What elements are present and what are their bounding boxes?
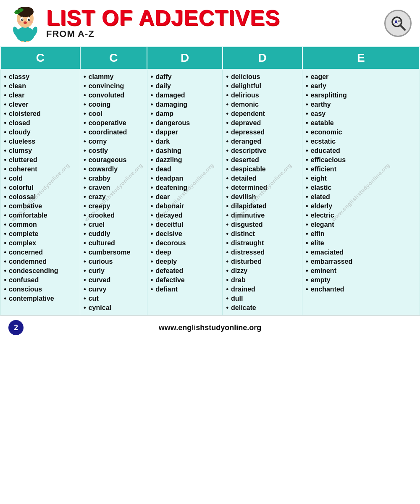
page-footer: 2 www.englishstudyonline.org xyxy=(0,315,420,339)
list-item: crazy xyxy=(84,192,144,202)
list-item: diminutive xyxy=(226,211,299,220)
list-item: clever xyxy=(4,100,77,109)
list-item: closed xyxy=(4,118,77,128)
list-item: deadpan xyxy=(151,174,219,183)
list-item: coherent xyxy=(4,165,77,174)
e-col-cell: www.englishstudyonline.org eagerearlyear… xyxy=(302,69,420,315)
svg-line-22 xyxy=(400,25,405,30)
search-icon: A BC xyxy=(384,10,412,37)
list-item: ecstatic xyxy=(306,137,416,146)
list-item: cowardly xyxy=(84,165,144,174)
list-item: delicious xyxy=(226,72,299,81)
svg-point-15 xyxy=(29,19,30,20)
list-item: crooked xyxy=(84,211,144,220)
list-item: convincing xyxy=(84,81,144,91)
list-item: dizzy xyxy=(226,266,299,276)
list-item: damp xyxy=(151,109,219,118)
list-item: deceitful xyxy=(151,220,219,229)
list-item: crabby xyxy=(84,174,144,183)
list-item: courageous xyxy=(84,155,144,165)
list-item: concerned xyxy=(4,248,77,257)
list-item: dark xyxy=(151,137,219,146)
list-item: clammy xyxy=(84,72,144,81)
list-item: cumbersome xyxy=(84,248,144,257)
list-item: distinct xyxy=(226,229,299,239)
list-item: curious xyxy=(84,257,144,266)
svg-point-16 xyxy=(24,21,27,24)
d-col1-list: daffydailydamageddamagingdampdangerousda… xyxy=(151,72,219,294)
list-item: delicate xyxy=(226,303,299,312)
list-item: conscious xyxy=(4,285,77,294)
adjectives-table: C C D D E www.englishstudyonline.org cla… xyxy=(0,46,420,315)
c-col1-list: classycleanclearclevercloisteredclosedcl… xyxy=(4,72,77,303)
svg-point-9 xyxy=(17,10,20,13)
list-item: educated xyxy=(306,146,416,155)
list-item: delirious xyxy=(226,91,299,100)
list-item: drab xyxy=(226,276,299,285)
list-item: defeated xyxy=(151,266,219,276)
website-url: www.englishstudyonline.org xyxy=(159,323,261,332)
list-item: colorful xyxy=(4,183,77,192)
list-item: detailed xyxy=(226,174,299,183)
d-col2-cell: www.englishstudyonline.org deliciousdeli… xyxy=(223,69,302,315)
list-item: complex xyxy=(4,239,77,248)
list-item: depressed xyxy=(226,128,299,137)
list-item: elfin xyxy=(306,229,416,239)
svg-text:BC: BC xyxy=(398,19,402,22)
list-item: costly xyxy=(84,146,144,155)
page-number: 2 xyxy=(8,320,24,335)
col-header-c2: C xyxy=(80,47,147,69)
list-item: empty xyxy=(306,276,416,285)
list-item: electric xyxy=(306,211,416,220)
list-item: decorous xyxy=(151,239,219,248)
list-item: coordinated xyxy=(84,128,144,137)
svg-point-14 xyxy=(22,19,23,20)
list-item: dilapidated xyxy=(226,202,299,211)
list-item: elated xyxy=(306,192,416,202)
list-item: despicable xyxy=(226,165,299,174)
list-item: eager xyxy=(306,72,416,81)
list-item: devilish xyxy=(226,192,299,202)
main-title: LIST OF ADJECTIVES xyxy=(46,7,380,29)
page-header: LIST OF ADJECTIVES FROM A-Z A BC xyxy=(0,0,420,46)
list-item: emaciated xyxy=(306,248,416,257)
list-item: deserted xyxy=(226,155,299,165)
list-item: common xyxy=(4,220,77,229)
e-col-list: eagerearlyearsplittingearthyeasyeatablee… xyxy=(306,72,416,294)
list-item: elegant xyxy=(306,220,416,229)
list-item: debonair xyxy=(151,202,219,211)
list-item: eminent xyxy=(306,266,416,276)
list-item: combative xyxy=(4,202,77,211)
col-header-e: E xyxy=(302,47,420,69)
list-item: dangerous xyxy=(151,118,219,128)
list-item: curly xyxy=(84,266,144,276)
list-item: condemned xyxy=(4,257,77,266)
list-item: distressed xyxy=(226,248,299,257)
list-item: deranged xyxy=(226,137,299,146)
list-item: cynical xyxy=(84,303,144,312)
d-col1-cell: www.englishstudyonline.org daffydailydam… xyxy=(147,69,223,315)
list-item: daffy xyxy=(151,72,219,81)
list-item: defective xyxy=(151,276,219,285)
list-item: enchanted xyxy=(306,285,416,294)
list-item: cooing xyxy=(84,100,144,109)
list-item: deafening xyxy=(151,183,219,192)
list-item: elite xyxy=(306,239,416,248)
list-item: embarrassed xyxy=(306,257,416,266)
list-item: distraught xyxy=(226,239,299,248)
c-col1-cell: www.englishstudyonline.org classycleancl… xyxy=(0,69,80,315)
list-item: cluttered xyxy=(4,155,77,165)
list-item: corny xyxy=(84,137,144,146)
list-item: dazzling xyxy=(151,155,219,165)
mascot-image xyxy=(8,4,42,42)
list-item: drained xyxy=(226,285,299,294)
list-item: classy xyxy=(4,72,77,81)
list-item: disturbed xyxy=(226,257,299,266)
list-item: dull xyxy=(226,294,299,303)
list-item: efficient xyxy=(306,165,416,174)
list-item: demonic xyxy=(226,100,299,109)
list-item: contemplative xyxy=(4,294,77,303)
list-item: complete xyxy=(4,229,77,239)
c-col2-cell: www.englishstudyonline.org clammyconvinc… xyxy=(80,69,147,315)
list-item: cloistered xyxy=(4,109,77,118)
